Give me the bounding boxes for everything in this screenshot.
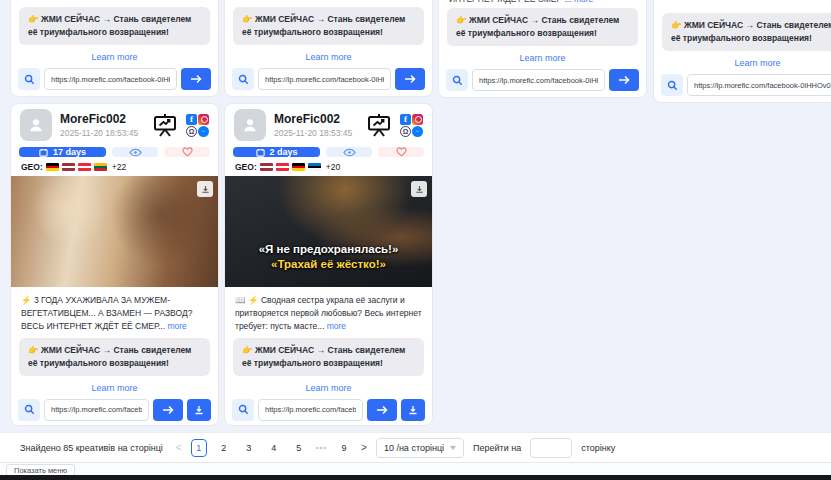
- audience-network-icon: Ω: [400, 126, 411, 137]
- analytics-presentation-icon[interactable]: [366, 113, 392, 137]
- cta-text: 👉 ЖМИ СЕЙЧАС → Стань свидетелем её триум…: [447, 8, 638, 46]
- views-button[interactable]: [326, 147, 372, 157]
- ad-card-partial: 👉 ЖМИ СЕЙЧАС → Стань свидетелем её триум…: [10, 0, 219, 97]
- download-image-button[interactable]: [411, 181, 427, 197]
- profile-name: MoreFic002: [274, 112, 366, 126]
- views-button[interactable]: [112, 147, 158, 157]
- days-label: 2 days: [270, 147, 298, 157]
- search-button[interactable]: [18, 399, 40, 421]
- flag-de-icon: [292, 163, 305, 171]
- learn-more-link[interactable]: Learn more: [11, 376, 218, 399]
- pagination-bar: Знайдено 85 креативів на сторінці < 1 2 …: [0, 432, 831, 462]
- learn-more-link[interactable]: Learn more: [225, 45, 432, 68]
- open-url-button[interactable]: [153, 399, 183, 421]
- learn-more-link[interactable]: Learn more: [654, 51, 831, 74]
- geo-label: GEO:: [235, 162, 257, 172]
- cta-text: 👉 ЖМИ СЕЙЧАС → Стань свидетелем её триум…: [19, 7, 210, 45]
- more-link[interactable]: more: [574, 0, 593, 4]
- geo-more-count: +22: [112, 162, 126, 172]
- landing-url-input[interactable]: [687, 74, 831, 96]
- messenger-icon: [412, 126, 423, 137]
- flag-ee-icon: [308, 163, 321, 171]
- cta-text: 👉 ЖМИ СЕЙЧАС → Стань свидетелем её триум…: [233, 338, 424, 376]
- column-3: ИНТЕРНЕТ ЖДЁТ ЕЁ СМЕР ... more 👉 ЖМИ СЕЙ…: [438, 0, 647, 480]
- eye-icon: [129, 148, 142, 157]
- landing-url-input[interactable]: [258, 68, 391, 90]
- flag-lv-icon: [260, 163, 273, 171]
- goto-page-input[interactable]: [530, 438, 572, 458]
- open-url-button[interactable]: [609, 69, 639, 91]
- landing-url-input[interactable]: [44, 399, 149, 421]
- more-link[interactable]: more: [167, 321, 186, 331]
- ad-description-truncated: ИНТЕРНЕТ ЖДЁТ ЕЁ СМЕР ... more: [439, 0, 646, 8]
- creative-image: [11, 176, 218, 287]
- open-url-button[interactable]: [395, 68, 425, 90]
- arrow-right-icon: [162, 405, 174, 415]
- learn-more-link[interactable]: Learn more: [11, 45, 218, 68]
- open-url-button[interactable]: [367, 399, 397, 421]
- search-button[interactable]: [18, 68, 40, 90]
- download-button[interactable]: [401, 399, 425, 421]
- page-button-1[interactable]: 1: [191, 439, 207, 457]
- per-page-value: 10 /на сторінці: [384, 443, 444, 453]
- flag-at-icon: [78, 163, 91, 171]
- more-link[interactable]: more: [327, 321, 346, 331]
- search-button[interactable]: [232, 399, 254, 421]
- download-icon: [194, 405, 204, 415]
- calendar-icon: [39, 148, 48, 157]
- results-count-text: Знайдено 85 креативів на сторінці: [20, 443, 163, 453]
- arrow-right-icon: [618, 75, 630, 85]
- arrow-right-icon: [376, 405, 388, 415]
- page-button-4[interactable]: 4: [266, 439, 282, 457]
- page-button-5[interactable]: 5: [291, 439, 307, 457]
- download-button[interactable]: [187, 399, 211, 421]
- column-4: 👉 ЖМИ СЕЙЧАС → Стань свидетелем её триум…: [653, 0, 831, 480]
- favorite-button[interactable]: [378, 147, 424, 157]
- open-url-button[interactable]: [181, 68, 211, 90]
- download-image-button[interactable]: [197, 181, 213, 197]
- geo-flags: [260, 163, 321, 171]
- audience-network-icon: Ω: [186, 126, 197, 137]
- prev-page-button[interactable]: <: [176, 442, 182, 453]
- geo-more-count: +20: [326, 162, 340, 172]
- search-icon: [452, 75, 463, 86]
- per-page-select[interactable]: 10 /на сторінці: [376, 438, 464, 458]
- placements: f Ω: [400, 114, 423, 137]
- arrow-right-icon: [404, 74, 416, 84]
- landing-url-input[interactable]: [258, 399, 363, 421]
- column-2: 👉 ЖМИ СЕЙЧАС → Стань свидетелем её триум…: [224, 0, 433, 480]
- learn-more-link[interactable]: Learn more: [439, 46, 646, 69]
- search-icon: [667, 80, 678, 91]
- facebook-icon: f: [400, 114, 411, 125]
- bottom-menu-bar: Показать меню: [0, 462, 831, 475]
- ad-card: MoreFic002 2025-11-20 18:53:45 f Ω 17 da…: [10, 103, 219, 426]
- heart-icon: [182, 147, 193, 157]
- instagram-icon: [412, 114, 423, 125]
- landing-url-input[interactable]: [472, 69, 605, 91]
- arrow-right-icon: [190, 74, 202, 84]
- cta-text: 👉 ЖМИ СЕЙЧАС → Стань свидетелем её триум…: [233, 7, 424, 45]
- search-button[interactable]: [446, 69, 468, 91]
- flag-de-icon: [46, 163, 59, 171]
- days-active-button[interactable]: 2 days: [233, 147, 320, 157]
- search-icon: [24, 404, 35, 415]
- analytics-presentation-icon[interactable]: [152, 113, 178, 137]
- page-button-9[interactable]: 9: [336, 439, 352, 457]
- learn-more-link[interactable]: Learn more: [225, 376, 432, 399]
- search-icon: [24, 74, 35, 85]
- days-active-button[interactable]: 17 days: [19, 147, 106, 157]
- next-page-button[interactable]: >: [361, 442, 367, 453]
- page-button-2[interactable]: 2: [216, 439, 232, 457]
- avatar: [20, 109, 52, 141]
- ad-card-partial: 👉 ЖМИ СЕЙЧАС → Стань свидетелем её триум…: [653, 0, 831, 103]
- search-button[interactable]: [232, 68, 254, 90]
- search-button[interactable]: [661, 74, 683, 96]
- ad-card-partial: ИНТЕРНЕТ ЖДЁТ ЕЁ СМЕР ... more 👉 ЖМИ СЕЙ…: [438, 0, 647, 98]
- favorite-button[interactable]: [164, 147, 210, 157]
- pages-ellipsis[interactable]: •••: [316, 443, 327, 452]
- landing-url-input[interactable]: [44, 68, 177, 90]
- column-1: 👉 ЖМИ СЕЙЧАС → Стань свидетелем её триум…: [10, 0, 219, 480]
- avatar: [234, 109, 266, 141]
- eye-icon: [343, 148, 356, 157]
- page-button-3[interactable]: 3: [241, 439, 257, 457]
